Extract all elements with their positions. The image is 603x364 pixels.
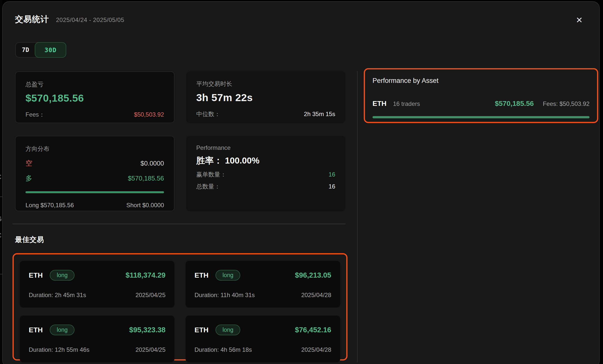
background-divider bbox=[0, 196, 2, 197]
total-pnl-value: $570,185.56 bbox=[26, 92, 164, 104]
trade-date: 2025/04/25 bbox=[136, 346, 166, 353]
fees-value: $50,503.92 bbox=[134, 111, 164, 118]
trade-bottom-row: Duration: 11h 40m 31s 2025/04/28 bbox=[194, 292, 331, 299]
trade-side-badge: long bbox=[216, 270, 240, 281]
short-label: 空 bbox=[26, 159, 32, 168]
trade-side-badge: long bbox=[50, 325, 74, 335]
card-direction-distribution: 方向分布 空 $0.0000 多 $570,185.56 Long $570,1… bbox=[15, 136, 174, 211]
wins-value: 16 bbox=[328, 171, 335, 178]
trading-stats-modal: 交易统计 2025/04/24 - 2025/05/05 ✕ 7D 30D 总盈… bbox=[2, 1, 600, 364]
short-summary: Short $0.0000 bbox=[126, 202, 164, 209]
direction-legend: Long $570,185.56 Short $0.0000 bbox=[26, 202, 164, 209]
avg-duration-value: 3h 57m 22s bbox=[196, 92, 335, 104]
trade-top-row: ETH long $95,323.38 bbox=[29, 325, 166, 335]
direction-progress-bar bbox=[26, 191, 164, 193]
trade-side-badge: long bbox=[50, 270, 74, 281]
median-value: 2h 35m 15s bbox=[304, 111, 335, 118]
total-count-label: 总数量： bbox=[196, 182, 220, 190]
background-glyph: C bbox=[0, 173, 2, 181]
trade-pnl: $118,374.29 bbox=[126, 271, 166, 279]
long-row: 多 $570,185.56 bbox=[26, 174, 164, 183]
performance-by-asset-panel: Performance by Asset ETH 16 traders $570… bbox=[364, 68, 598, 123]
trade-duration: Duration: 2h 45m 31s bbox=[29, 292, 86, 299]
background-divider bbox=[0, 274, 2, 274]
card-avg-duration: 平均交易时长 3h 57m 22s 中位数： 2h 35m 15s bbox=[186, 71, 345, 123]
background-glyph: G bbox=[0, 215, 2, 223]
total-pnl-label: 总盈亏 bbox=[26, 80, 164, 88]
trade-asset: ETH bbox=[194, 326, 208, 334]
long-summary: Long $570,185.56 bbox=[26, 202, 74, 209]
asset-values: $570,185.56 Fees: $50,503.92 bbox=[495, 100, 590, 108]
trade-duration: Duration: 4h 56m 18s bbox=[194, 346, 252, 353]
background-glyph: e bbox=[0, 157, 0, 165]
long-value: $570,185.56 bbox=[128, 175, 164, 182]
trade-top-row: ETH long $96,213.05 bbox=[194, 270, 331, 281]
wins-row: 赢单数量： 16 bbox=[196, 171, 335, 179]
asset-row: ETH 16 traders $570,185.56 Fees: $50,503… bbox=[372, 100, 590, 108]
trade-date: 2025/04/28 bbox=[301, 292, 331, 299]
short-row: 空 $0.0000 bbox=[26, 159, 164, 168]
median-label: 中位数： bbox=[196, 110, 220, 118]
trade-bottom-row: Duration: 2h 45m 31s 2025/04/25 bbox=[29, 292, 166, 299]
trade-duration: Duration: 11h 40m 31s bbox=[194, 292, 255, 299]
modal-header: 交易统计 2025/04/24 - 2025/05/05 bbox=[15, 14, 124, 25]
long-label: 多 bbox=[26, 174, 32, 183]
avg-duration-label: 平均交易时长 bbox=[196, 80, 335, 88]
asset-progress-bar bbox=[372, 116, 590, 118]
trade-bottom-row: Duration: 4h 56m 18s 2025/04/28 bbox=[194, 346, 331, 353]
trade-top-row: ETH long $76,452.16 bbox=[194, 325, 331, 335]
best-trades-highlight-box: ETH long $118,374.29 Duration: 2h 45m 31… bbox=[12, 253, 348, 361]
trade-asset: ETH bbox=[29, 271, 43, 279]
asset-panel-title: Performance by Asset bbox=[372, 77, 590, 85]
card-total-pnl: 总盈亏 $570,185.56 Fees： $50,503.92 bbox=[15, 71, 174, 123]
trade-asset: ETH bbox=[194, 271, 208, 279]
asset-fees: Fees: $50,503.92 bbox=[543, 100, 590, 107]
trade-date: 2025/04/25 bbox=[136, 292, 166, 299]
trade-pnl: $96,213.05 bbox=[295, 271, 331, 279]
trade-card: ETH long $95,323.38 Duration: 12h 55m 46… bbox=[20, 316, 174, 362]
short-value: $0.0000 bbox=[140, 160, 164, 167]
asset-pnl: $570,185.56 bbox=[495, 100, 534, 108]
asset-traders-count: 16 traders bbox=[393, 100, 420, 107]
date-range-label: 2025/04/24 - 2025/05/05 bbox=[56, 16, 124, 23]
trade-top-row: ETH long $118,374.29 bbox=[29, 270, 166, 281]
tab-7d[interactable]: 7D bbox=[16, 43, 35, 57]
total-count-value: 16 bbox=[328, 183, 335, 190]
trade-date: 2025/04/28 bbox=[301, 346, 331, 353]
period-toggle: 7D 30D bbox=[15, 42, 66, 58]
card-performance: Performance 胜率： 100.00% 赢单数量： 16 总数量： 16 bbox=[186, 136, 345, 211]
trade-asset: ETH bbox=[29, 326, 43, 334]
fees-label: Fees： bbox=[26, 111, 45, 119]
direction-label: 方向分布 bbox=[26, 145, 164, 153]
win-rate-label: 胜率： bbox=[196, 156, 222, 165]
background-page-sliver: e C G C › bbox=[0, 0, 2, 364]
total-row: 总数量： 16 bbox=[196, 182, 335, 190]
close-icon: ✕ bbox=[576, 15, 583, 25]
background-glyph: C bbox=[0, 232, 2, 239]
win-rate-row: 胜率： 100.00% bbox=[196, 155, 335, 167]
section-divider bbox=[12, 224, 346, 224]
close-button[interactable]: ✕ bbox=[573, 14, 585, 26]
median-row: 中位数： 2h 35m 15s bbox=[196, 110, 335, 118]
trade-card: ETH long $118,374.29 Duration: 2h 45m 31… bbox=[20, 261, 174, 308]
fees-row: Fees： $50,503.92 bbox=[26, 111, 164, 119]
win-rate-value: 100.00% bbox=[225, 156, 260, 165]
best-trades-title: 最佳交易 bbox=[15, 235, 44, 244]
tab-30d[interactable]: 30D bbox=[35, 42, 66, 58]
trade-pnl: $76,452.16 bbox=[295, 326, 331, 334]
trade-bottom-row: Duration: 12h 55m 46s 2025/04/25 bbox=[29, 346, 166, 353]
column-divider bbox=[357, 71, 358, 363]
asset-name: ETH bbox=[372, 100, 386, 108]
trade-card: ETH long $96,213.05 Duration: 11h 40m 31… bbox=[186, 261, 340, 308]
performance-label: Performance bbox=[196, 144, 335, 151]
wins-label: 赢单数量： bbox=[196, 171, 226, 179]
page-title: 交易统计 bbox=[15, 14, 49, 25]
trade-duration: Duration: 12h 55m 46s bbox=[29, 346, 90, 353]
trade-side-badge: long bbox=[216, 325, 240, 335]
trade-card: ETH long $76,452.16 Duration: 4h 56m 18s… bbox=[186, 316, 340, 362]
trade-pnl: $95,323.38 bbox=[129, 326, 166, 334]
